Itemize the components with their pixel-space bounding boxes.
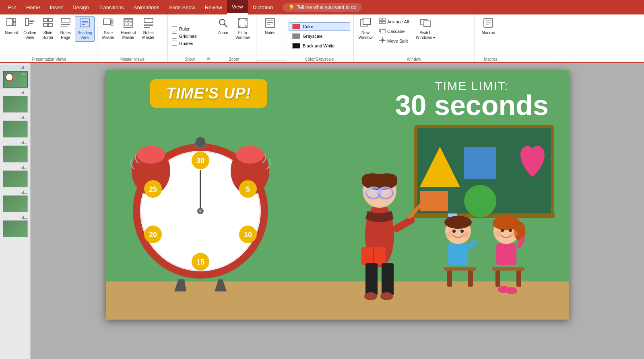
svg-text:10: 10 — [244, 231, 252, 239]
svg-rect-44 — [363, 18, 370, 25]
zoom-button[interactable]: Zoom — [214, 16, 232, 37]
svg-rect-47 — [379, 21, 382, 24]
slide-panel: cl... 30s cl... cl... cl... cl... cl... — [0, 63, 31, 359]
ruler-checkbox[interactable] — [172, 26, 177, 31]
menu-slideshow[interactable]: Slide Show — [164, 0, 200, 14]
guides-checkbox-label[interactable]: Guides — [172, 41, 208, 46]
svg-point-67 — [236, 146, 264, 164]
svg-rect-25 — [125, 23, 128, 25]
svg-point-99 — [366, 187, 377, 195]
menu-file[interactable]: File — [3, 0, 21, 14]
black-white-button[interactable]: Black and White — [289, 41, 350, 50]
outline-view-icon — [25, 18, 35, 30]
menu-design[interactable]: Design — [68, 0, 93, 14]
menu-transitions[interactable]: Transitions — [94, 0, 129, 14]
svg-rect-105 — [365, 263, 378, 295]
slide-thumb-6[interactable]: cl... — [0, 189, 30, 213]
svg-rect-9 — [43, 23, 47, 27]
svg-marker-53 — [381, 39, 382, 41]
menu-dictation[interactable]: Dictation — [248, 0, 278, 14]
svg-point-118 — [463, 231, 469, 238]
svg-rect-21 — [111, 24, 113, 25]
reading-view-button[interactable]: Reading View — [75, 16, 95, 42]
svg-point-107 — [364, 292, 377, 300]
svg-rect-10 — [48, 23, 52, 27]
svg-rect-110 — [447, 271, 452, 287]
arrange-all-icon — [379, 18, 386, 25]
svg-point-84 — [199, 209, 202, 213]
svg-rect-8 — [48, 18, 52, 22]
handout-master-icon — [123, 18, 134, 30]
cascade-icon — [379, 28, 386, 35]
svg-rect-46 — [383, 18, 386, 21]
svg-point-129 — [495, 230, 502, 237]
svg-point-108 — [380, 292, 393, 300]
svg-rect-121 — [495, 271, 500, 287]
slide-master-button[interactable]: Slide Master — [99, 16, 118, 42]
slide-thumb-5[interactable]: cl... — [0, 164, 30, 189]
color-button[interactable]: Color — [289, 22, 350, 31]
slide-sorter-button[interactable]: Slide Sorter — [39, 16, 56, 42]
macros-button[interactable]: Macros — [476, 16, 500, 37]
group-label-zoom: Zoom — [212, 56, 256, 62]
group-label-macros: Macros — [475, 56, 507, 62]
macros-icon — [483, 18, 493, 30]
group-zoom: Zoom Fit to Window Zoom — [212, 14, 256, 62]
svg-rect-106 — [382, 263, 394, 295]
notes-page-icon — [60, 18, 71, 30]
slide-label-1: cl... — [2, 66, 29, 70]
cascade-button[interactable]: Cascade — [376, 27, 413, 36]
group-show: Ruler Gridlines Guides Show ⧉ — [168, 14, 212, 62]
slide-thumb-7[interactable]: cl... — [0, 214, 30, 238]
slide-thumb-3[interactable]: cl... — [0, 115, 30, 139]
menu-animations[interactable]: Animations — [129, 0, 164, 14]
gridlines-checkbox[interactable] — [172, 33, 177, 39]
new-window-icon — [360, 18, 371, 30]
slide-master-icon — [103, 18, 114, 30]
group-label-color: Color/Grayscale — [285, 56, 353, 62]
slide-label-6: cl... — [2, 191, 29, 195]
svg-rect-112 — [448, 243, 468, 265]
fit-to-window-button[interactable]: Fit to Window — [233, 16, 252, 42]
arrange-all-button[interactable]: Arrange All — [376, 17, 413, 26]
clock-graphic: 30 5 10 15 20 25 — [126, 123, 275, 295]
svg-rect-27 — [144, 18, 153, 23]
ribbon: Normal Outline View Slide Sorter Notes P… — [0, 14, 644, 63]
classroom-scene — [323, 123, 565, 316]
svg-point-127 — [501, 229, 504, 232]
svg-point-65 — [137, 146, 165, 164]
svg-rect-19 — [111, 19, 113, 21]
notes-button[interactable]: Notes — [258, 16, 282, 37]
svg-rect-3 — [25, 18, 29, 26]
svg-text:25: 25 — [149, 185, 157, 193]
svg-rect-2 — [13, 23, 16, 26]
svg-point-116 — [460, 230, 464, 233]
move-split-button[interactable]: Move Split — [376, 36, 413, 45]
group-label-notes — [256, 60, 285, 62]
grayscale-button[interactable]: Grayscale — [289, 32, 350, 41]
ruler-checkbox-label[interactable]: Ruler — [172, 26, 208, 31]
show-expand-icon[interactable]: ⧉ — [207, 57, 210, 62]
slide-thumb-4[interactable]: cl... — [0, 139, 30, 164]
new-window-button[interactable]: New Window — [355, 16, 376, 42]
handout-master-button[interactable]: Handout Master — [118, 16, 138, 42]
svg-rect-23 — [125, 19, 128, 22]
menu-view[interactable]: View — [227, 0, 248, 14]
svg-rect-122 — [516, 271, 521, 287]
tell-me-box[interactable]: 💡 Tell me what you want to do — [283, 3, 362, 12]
outline-view-button[interactable]: Outline View — [21, 16, 39, 42]
black-white-swatch — [292, 43, 300, 49]
notes-master-button[interactable]: Notes Master — [139, 16, 158, 42]
slide-thumb-2[interactable]: cl... — [0, 90, 30, 114]
menu-home[interactable]: Home — [21, 0, 45, 14]
svg-rect-56 — [424, 21, 430, 27]
switch-windows-button[interactable]: Switch Windows ▾ — [413, 16, 438, 42]
guides-checkbox[interactable] — [172, 41, 177, 46]
menu-insert[interactable]: Insert — [45, 0, 68, 14]
normal-view-button[interactable]: Normal — [2, 16, 20, 37]
slide-thumb-1[interactable]: cl... 30s — [0, 65, 30, 89]
menu-review[interactable]: Review — [200, 0, 227, 14]
gridlines-checkbox-label[interactable]: Gridlines — [172, 33, 208, 39]
group-color-grayscale: Color Grayscale Black and White Color/Gr… — [285, 14, 354, 62]
notes-page-button[interactable]: Notes Page — [57, 16, 74, 42]
